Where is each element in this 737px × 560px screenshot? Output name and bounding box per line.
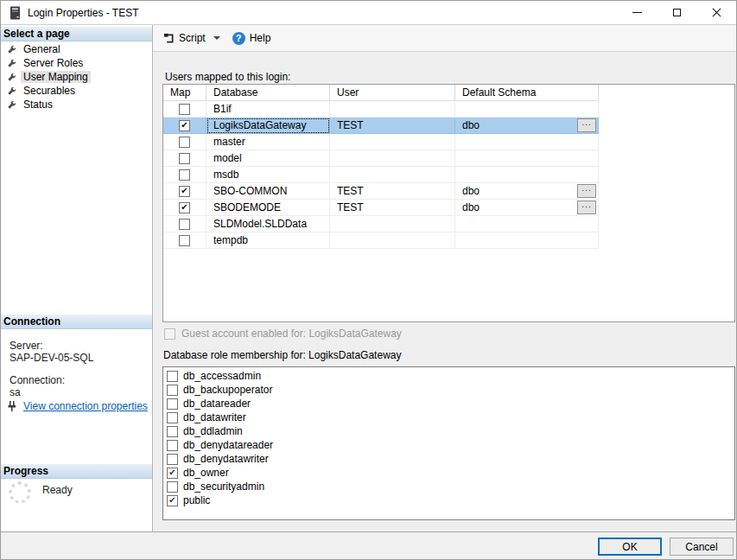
default-schema-cell[interactable] xyxy=(455,216,599,232)
role-name: db_denydatareader xyxy=(183,439,273,451)
role-checkbox[interactable] xyxy=(167,412,178,423)
user-cell[interactable] xyxy=(330,232,455,249)
default-schema-cell[interactable]: dbo xyxy=(455,118,599,134)
map-checkbox[interactable] xyxy=(179,120,190,131)
user-mapping-grid[interactable]: MapDatabaseUserDefault Schema B1ifLogiks… xyxy=(162,84,735,322)
role-checkbox[interactable] xyxy=(167,495,178,506)
table-row-msdb[interactable]: msdb xyxy=(163,167,599,183)
role-item-db_denydatawriter[interactable]: db_denydatawriter xyxy=(163,452,734,466)
role-item-db_accessadmin[interactable]: db_accessadmin xyxy=(163,369,734,383)
database-cell[interactable]: SLDModel.SLDData xyxy=(206,216,330,232)
sidebar-item-status[interactable]: Status xyxy=(1,98,152,111)
table-row-logiksdatagateway[interactable]: LogiksDataGatewayTESTdbo xyxy=(163,118,599,134)
role-checkbox[interactable] xyxy=(167,398,178,410)
column-header-map: Map xyxy=(163,85,206,101)
map-cell xyxy=(163,183,206,200)
user-cell[interactable]: TEST xyxy=(330,200,455,216)
chevron-down-icon[interactable] xyxy=(213,36,220,40)
script-label: Script xyxy=(179,32,206,44)
map-cell xyxy=(163,167,206,183)
role-checkbox[interactable] xyxy=(167,385,178,396)
role-item-db_ddladmin[interactable]: db_ddladmin xyxy=(163,424,734,438)
column-header-user: User xyxy=(330,85,455,101)
database-cell[interactable]: B1if xyxy=(206,101,330,118)
role-item-public[interactable]: public xyxy=(163,493,734,507)
role-checkbox[interactable] xyxy=(167,371,178,382)
script-button[interactable]: Script xyxy=(159,29,225,47)
connection-properties-icon xyxy=(7,401,19,411)
browse-schema-button[interactable] xyxy=(577,118,596,132)
table-row-sbodemode[interactable]: SBODEMODETESTdbo xyxy=(163,200,599,216)
map-cell xyxy=(163,101,206,118)
user-cell[interactable] xyxy=(330,216,455,232)
database-roles-listbox[interactable]: db_accessadmindb_backupoperatordb_datare… xyxy=(162,366,735,520)
role-item-db_owner[interactable]: db_owner xyxy=(163,466,734,480)
role-checkbox[interactable] xyxy=(167,454,178,465)
default-schema-cell[interactable] xyxy=(455,167,599,183)
sidebar-item-securables[interactable]: Securables xyxy=(1,84,152,98)
schema-value: dbo xyxy=(462,183,480,199)
role-checkbox[interactable] xyxy=(167,440,178,451)
browse-schema-button[interactable] xyxy=(577,200,596,214)
cancel-button[interactable]: Cancel xyxy=(670,538,734,556)
user-cell[interactable] xyxy=(330,167,455,183)
browse-schema-button[interactable] xyxy=(577,184,596,198)
sidebar-item-label: Server Roles xyxy=(21,57,86,69)
map-checkbox[interactable] xyxy=(179,219,190,230)
role-checkbox[interactable] xyxy=(167,481,178,493)
users-mapped-label: Users mapped to this login: xyxy=(165,71,290,83)
user-cell[interactable] xyxy=(330,134,455,150)
role-item-db_datareader[interactable]: db_datareader xyxy=(163,397,734,410)
help-button[interactable]: Help xyxy=(228,29,276,48)
map-checkbox[interactable] xyxy=(179,186,190,197)
titlebar: Login Properties - TEST xyxy=(1,1,736,25)
table-row-sbo-common[interactable]: SBO-COMMONTESTdbo xyxy=(163,183,599,200)
close-button[interactable] xyxy=(696,1,736,24)
database-cell[interactable]: msdb xyxy=(206,167,330,183)
role-checkbox[interactable] xyxy=(167,468,178,479)
default-schema-cell[interactable] xyxy=(455,101,599,118)
default-schema-cell[interactable]: dbo xyxy=(455,200,599,216)
default-schema-cell[interactable] xyxy=(455,232,599,249)
map-checkbox[interactable] xyxy=(179,153,190,164)
user-cell[interactable] xyxy=(330,101,455,118)
wrench-icon xyxy=(7,86,16,96)
table-row-master[interactable]: master xyxy=(163,134,599,150)
role-item-db_datawriter[interactable]: db_datawriter xyxy=(163,410,734,424)
user-cell[interactable] xyxy=(330,150,455,167)
default-schema-cell[interactable] xyxy=(455,134,599,150)
role-item-db_backupoperator[interactable]: db_backupoperator xyxy=(163,383,734,397)
table-row-tempdb[interactable]: tempdb xyxy=(163,232,599,249)
database-cell[interactable]: model xyxy=(206,150,330,167)
map-checkbox[interactable] xyxy=(179,235,190,246)
minimize-button[interactable] xyxy=(617,1,657,24)
user-cell[interactable]: TEST xyxy=(330,183,455,200)
wrench-icon xyxy=(7,100,16,110)
role-item-db_securityadmin[interactable]: db_securityadmin xyxy=(163,480,734,493)
sidebar-item-user-mapping[interactable]: User Mapping xyxy=(1,70,152,84)
database-cell[interactable]: SBODEMODE xyxy=(206,200,330,216)
map-checkbox[interactable] xyxy=(179,169,190,181)
table-row-model[interactable]: model xyxy=(163,150,599,167)
view-connection-properties-link[interactable]: View connection properties xyxy=(7,400,148,412)
database-cell[interactable]: SBO-COMMON xyxy=(206,183,330,200)
maximize-button[interactable] xyxy=(657,1,696,24)
role-item-db_denydatareader[interactable]: db_denydatareader xyxy=(163,438,734,452)
default-schema-cell[interactable] xyxy=(455,150,599,167)
map-checkbox[interactable] xyxy=(179,137,190,148)
default-schema-cell[interactable]: dbo xyxy=(455,183,599,200)
database-cell[interactable]: LogiksDataGateway xyxy=(206,118,330,134)
roles-label: Database role membership for: LogiksData… xyxy=(163,349,401,361)
database-cell[interactable]: master xyxy=(206,134,330,150)
ok-button[interactable]: OK xyxy=(598,538,662,556)
table-row-b1if[interactable]: B1if xyxy=(163,101,599,118)
database-cell[interactable]: tempdb xyxy=(206,232,330,249)
role-checkbox[interactable] xyxy=(167,426,178,437)
sidebar-item-general[interactable]: General xyxy=(1,42,152,56)
map-checkbox[interactable] xyxy=(179,202,190,213)
sidebar-item-server-roles[interactable]: Server Roles xyxy=(1,56,152,70)
user-cell[interactable]: TEST xyxy=(330,118,455,134)
grid-rows: B1ifLogiksDataGatewayTESTdbomastermodelm… xyxy=(163,101,734,249)
map-checkbox[interactable] xyxy=(179,104,190,115)
table-row-sldmodel.slddata[interactable]: SLDModel.SLDData xyxy=(163,216,599,232)
